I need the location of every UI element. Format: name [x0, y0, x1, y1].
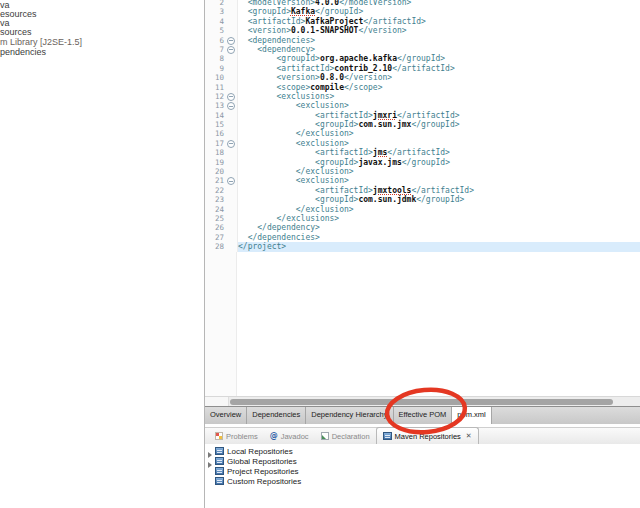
spellcheck-warning-text: jmxri	[373, 111, 397, 120]
collapse-icon[interactable]	[227, 102, 235, 110]
repo-item-custom-repositories[interactable]: Custom Repositories	[205, 476, 640, 486]
editor-tab-pom-xml[interactable]: pom.xml	[452, 407, 491, 424]
fold-marker[interactable]	[226, 101, 238, 110]
line-number: 18	[205, 148, 226, 157]
code-segment: </scope>	[344, 83, 383, 92]
code-line-9[interactable]: 9 <artifactId>contrib_2.10</artifactId>	[205, 64, 640, 73]
code-line-20[interactable]: 20 </exclusion>	[205, 167, 640, 176]
code-line-26[interactable]: 26 </dependency>	[205, 223, 640, 232]
line-number: 27	[205, 233, 226, 242]
code-segment: <exclusion>	[238, 101, 349, 110]
repo-item-local-repositories[interactable]: Local Repositories	[205, 446, 640, 456]
code-segment: <dependencies>	[238, 36, 315, 45]
code-text: <exclusion>	[238, 176, 349, 185]
line-number: 28	[205, 242, 226, 251]
view-tab-label: Javadoc	[281, 432, 309, 441]
code-line-2[interactable]: 2 <modelVersion>4.0.0</modelVersion>	[205, 0, 640, 7]
close-tab-icon[interactable]: ✕	[466, 432, 472, 440]
code-line-24[interactable]: 24 </exclusion>	[205, 205, 640, 214]
fold-column	[226, 73, 238, 82]
code-segment: <groupId>	[238, 54, 320, 63]
line-number: 14	[205, 111, 226, 120]
editor-tab-dependencies[interactable]: Dependencies	[247, 407, 306, 424]
fold-marker[interactable]	[226, 92, 238, 101]
explorer-item[interactable]: m Library [J2SE-1.5]	[0, 38, 82, 47]
code-line-11[interactable]: 11 <scope>compile</scope>	[205, 83, 640, 92]
code-segment: </dependencies>	[238, 233, 320, 242]
view-tab-label: Problems	[226, 432, 258, 441]
code-line-12[interactable]: 12 <exclusions>	[205, 92, 640, 101]
collapse-icon[interactable]	[227, 46, 235, 54]
collapse-icon[interactable]	[227, 140, 235, 148]
fold-column	[226, 167, 238, 176]
code-segment: 0.0.1-SNAPSHOT	[291, 26, 358, 35]
collapse-icon[interactable]	[227, 177, 235, 185]
code-line-7[interactable]: 7 <dependency>	[205, 45, 640, 54]
code-text: <scope>compile</scope>	[238, 83, 383, 92]
code-area[interactable]: 2 <modelVersion>4.0.0</modelVersion>3 <g…	[205, 0, 640, 252]
line-number: 21	[205, 176, 226, 185]
fold-marker[interactable]	[226, 139, 238, 148]
fold-column	[226, 186, 238, 195]
code-segment: <artifactId>	[238, 148, 373, 157]
code-segment: </artifactId>	[411, 186, 474, 195]
code-text: <artifactId>contrib_2.10</artifactId>	[238, 64, 455, 73]
fold-column	[226, 64, 238, 73]
code-text: <exclusion>	[238, 101, 349, 110]
repo-item-label: Custom Repositories	[227, 477, 301, 486]
line-number: 19	[205, 158, 226, 167]
pom-editor-page-tabs: OverviewDependenciesDependency Hierarchy…	[205, 406, 640, 424]
repo-item-global-repositories[interactable]: Global Repositories	[205, 456, 640, 466]
fold-column	[226, 148, 238, 157]
view-tab-declaration[interactable]: Declaration	[315, 428, 376, 444]
view-tab-maven-repositories[interactable]: Maven Repositories✕	[376, 427, 479, 444]
explorer-item[interactable]: pendencies	[0, 48, 46, 57]
code-line-28[interactable]: 28</project>	[205, 242, 640, 251]
fold-marker[interactable]	[226, 36, 238, 45]
code-line-13[interactable]: 13 <exclusion>	[205, 101, 640, 110]
explorer-item[interactable]: sources	[0, 28, 32, 37]
code-line-10[interactable]: 10 <version>0.8.0</version>	[205, 73, 640, 82]
editor-tab-overview[interactable]: Overview	[205, 407, 247, 424]
horizontal-scrollbar-thumb[interactable]	[230, 399, 613, 405]
view-tab-problems[interactable]: Problems	[209, 428, 264, 444]
code-line-17[interactable]: 17 <exclusion>	[205, 139, 640, 148]
fold-column	[226, 214, 238, 223]
code-line-18[interactable]: 18 <artifactId>jms</artifactId>	[205, 148, 640, 157]
pom-xml-source-editor[interactable]: 2 <modelVersion>4.0.0</modelVersion>3 <g…	[205, 0, 640, 396]
code-line-14[interactable]: 14 <artifactId>jmxri</artifactId>	[205, 111, 640, 120]
view-tab-javadoc[interactable]: Javadoc	[264, 428, 315, 444]
code-line-3[interactable]: 3 <groupId>Kafka</groupId>	[205, 7, 640, 16]
code-line-6[interactable]: 6 <dependencies>	[205, 36, 640, 45]
line-number: 5	[205, 26, 226, 35]
code-segment: </modelVersion>	[339, 0, 411, 7]
editor-tab-dependency-hierarchy[interactable]: Dependency Hierarchy	[306, 407, 393, 424]
code-line-5[interactable]: 5 <version>0.0.1-SNAPSHOT</version>	[205, 26, 640, 35]
repository-icon	[215, 477, 224, 485]
line-number: 9	[205, 64, 226, 73]
fold-marker[interactable]	[226, 45, 238, 54]
code-line-19[interactable]: 19 <groupId>javax.jms</groupId>	[205, 158, 640, 167]
code-line-23[interactable]: 23 <groupId>com.sun.jdmk</groupId>	[205, 195, 640, 204]
collapse-icon[interactable]	[227, 37, 235, 45]
code-segment: </version>	[344, 73, 392, 82]
line-number: 3	[205, 7, 226, 16]
code-line-27[interactable]: 27 </dependencies>	[205, 233, 640, 242]
code-line-4[interactable]: 4 <artifactId>KafkaProject</artifactId>	[205, 17, 640, 26]
code-text: <groupId>org.apache.kafka</groupId>	[238, 54, 445, 63]
repo-item-project-repositories[interactable]: Project Repositories	[205, 466, 640, 476]
editor-tab-effective-pom[interactable]: Effective POM	[394, 407, 453, 424]
fold-column	[226, 195, 238, 204]
fold-column	[226, 205, 238, 214]
code-line-25[interactable]: 25 </exclusions>	[205, 214, 640, 223]
code-line-8[interactable]: 8 <groupId>org.apache.kafka</groupId>	[205, 54, 640, 63]
code-segment: <groupId>	[238, 120, 358, 129]
code-segment: <version>	[238, 73, 320, 82]
collapse-icon[interactable]	[227, 93, 235, 101]
code-line-21[interactable]: 21 <exclusion>	[205, 176, 640, 185]
code-line-16[interactable]: 16 </exclusion>	[205, 129, 640, 138]
fold-marker[interactable]	[226, 176, 238, 185]
code-line-15[interactable]: 15 <groupId>com.sun.jmx</groupId>	[205, 120, 640, 129]
repo-item-label: Project Repositories	[227, 467, 299, 476]
code-line-22[interactable]: 22 <artifactId>jmxtools</artifactId>	[205, 186, 640, 195]
